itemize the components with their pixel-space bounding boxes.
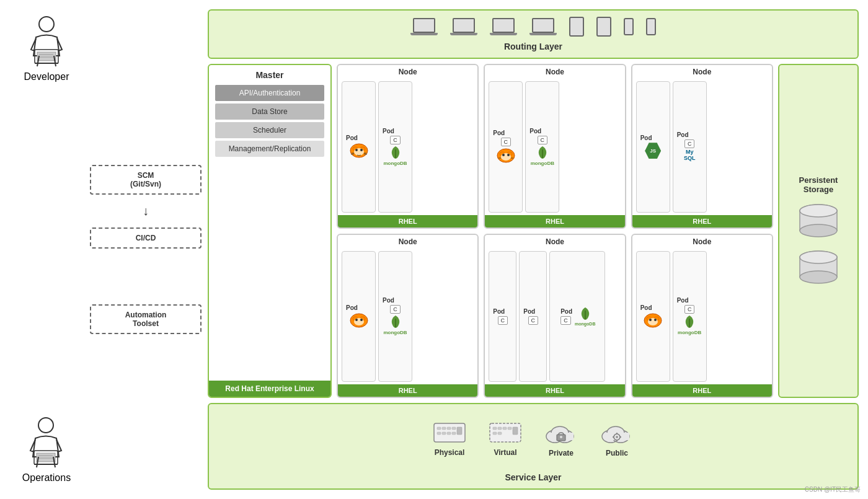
svg-rect-57	[442, 427, 446, 430]
c-badge2: C	[538, 136, 548, 144]
pod-2-2: Pod C mongoDB	[525, 81, 559, 213]
laptop-base2	[450, 33, 477, 35]
developer-section: Developer	[24, 15, 70, 82]
node-2-rhel: RHEL	[485, 215, 624, 227]
svg-point-53	[800, 271, 837, 283]
svg-point-6	[38, 418, 53, 433]
node-3-title: Node	[632, 65, 772, 79]
nodejs-icon: JS	[645, 143, 661, 159]
node-3-rhel: RHEL	[632, 215, 772, 227]
node-3-pods: Pod JS Pod C MySQL	[632, 79, 772, 215]
node-1-pods: Pod	[338, 79, 477, 215]
node-6: Node Pod	[631, 234, 773, 399]
laptop-screen2	[453, 18, 475, 33]
service-layer-title: Service Layer	[505, 472, 561, 482]
device-laptop4	[529, 18, 557, 35]
master-mgmt: Management/Replication	[215, 141, 324, 157]
laptop-base	[410, 33, 438, 35]
mysql-icon: MySQL	[684, 149, 696, 162]
phone-body1	[624, 18, 634, 35]
svg-rect-61	[442, 432, 446, 435]
svg-point-45	[654, 319, 657, 321]
c-badge: C	[390, 136, 401, 144]
svg-point-37	[360, 319, 363, 321]
master-datastore: Data Store	[215, 104, 324, 120]
node-4-pods: Pod Pod C	[338, 249, 477, 385]
routing-layer: Routing Layer	[208, 9, 859, 59]
master-rhel-label: Red Hat Enterprise Linux	[209, 381, 330, 397]
db-icon-1	[797, 203, 840, 241]
operations-label: Operations	[22, 472, 71, 484]
device-laptop3	[490, 18, 517, 35]
laptop-base3	[490, 33, 517, 35]
public-label: Public	[606, 449, 628, 457]
pod-6-1: Pod	[636, 251, 670, 382]
developer-figure	[24, 15, 70, 68]
service-item-public: Public	[598, 420, 636, 457]
service-item-physical: Physical	[431, 421, 468, 457]
nodes-grid: Node Pod	[337, 64, 773, 398]
device-tablet2	[596, 17, 611, 37]
pod-1-1: Pod	[342, 81, 376, 213]
persistent-storage: Persistent Storage	[778, 64, 859, 398]
device-laptop2	[450, 18, 477, 35]
physical-icon	[431, 421, 468, 444]
master-title: Master	[209, 65, 330, 85]
operations-figure	[23, 417, 69, 469]
laptop-screen3	[492, 18, 515, 33]
tiger-icon6	[643, 312, 663, 329]
main-container: Developer Operations SCM(Git/Svn)	[0, 0, 868, 499]
developer-label: Developer	[24, 71, 69, 82]
middle-row: Master API/Authentication Data Store Sch…	[208, 64, 859, 398]
pod-4-2: Pod C mongoDB	[378, 251, 412, 382]
tablet-body1	[569, 17, 584, 37]
master-api: API/Authentication	[215, 85, 324, 101]
service-items: Physical Virtual	[221, 410, 845, 467]
pod-4-1: Pod	[342, 251, 376, 382]
private-label: Private	[549, 449, 574, 457]
node-2-pods: Pod C	[485, 79, 624, 215]
node-2-title: Node	[485, 65, 624, 79]
mongo-icon	[391, 146, 401, 159]
virtual-icon	[487, 421, 524, 444]
mongo-icon6	[684, 315, 694, 329]
svg-point-84	[616, 436, 618, 438]
service-layer: Physical Virtual	[208, 403, 859, 490]
svg-rect-56	[437, 427, 441, 430]
svg-point-44	[649, 319, 652, 321]
spacer	[90, 258, 202, 295]
persistent-storage-title: Persistent Storage	[786, 175, 851, 194]
scm-box: SCM(Git/Svn)	[90, 165, 202, 195]
svg-point-16	[355, 149, 358, 151]
svg-rect-9	[37, 453, 55, 462]
svg-rect-60	[437, 432, 441, 435]
pod-3-1: Pod JS	[636, 81, 670, 213]
physical-label: Physical	[435, 448, 465, 457]
svg-rect-64	[457, 427, 462, 435]
service-item-private: Private	[542, 420, 580, 457]
middle-panel: SCM(Git/Svn) ↓ CI/CD AutomationToolset	[90, 9, 202, 490]
mongo-icon2	[538, 146, 547, 159]
node-4-rhel: RHEL	[338, 384, 477, 397]
svg-point-28	[507, 154, 510, 156]
node-5-title: Node	[485, 235, 624, 249]
svg-point-50	[800, 205, 837, 217]
laptop-base4	[529, 33, 557, 35]
pod-5-2: Pod C	[519, 251, 547, 382]
node-5-pods: Pod C Pod C Pod C	[485, 249, 624, 385]
cicd-box: CI/CD	[90, 227, 202, 249]
automation-box: AutomationToolset	[90, 304, 202, 334]
svg-rect-66	[493, 427, 497, 430]
mongo-icon5	[580, 307, 590, 320]
pod-5-1: Pod C	[489, 251, 516, 382]
device-tablet1	[569, 17, 584, 37]
operations-section: Operations	[22, 417, 71, 484]
svg-rect-62	[447, 432, 451, 435]
routing-devices	[221, 17, 845, 37]
pod-6-2: Pod C mongoDB	[673, 251, 707, 382]
svg-rect-3	[37, 52, 56, 61]
virtual-label: Virtual	[494, 448, 516, 457]
svg-point-54	[800, 251, 837, 263]
device-laptop1	[410, 18, 438, 35]
c-badge: C	[501, 138, 512, 146]
